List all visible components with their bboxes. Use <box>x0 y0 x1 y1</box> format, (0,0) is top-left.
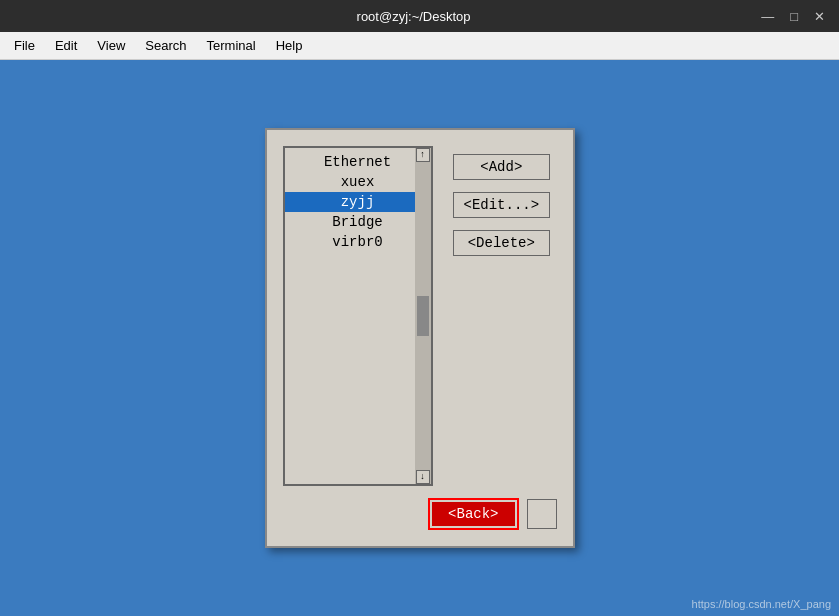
window-title: root@zyj:~/Desktop <box>70 9 757 24</box>
terminal-content: Ethernet xuex zyjj Bridge virbr0 ↑ ↓ <Ad… <box>0 60 839 616</box>
close-button[interactable]: ✕ <box>810 9 829 24</box>
delete-button[interactable]: <Delete> <box>453 230 551 256</box>
list-item-virbr0[interactable]: virbr0 <box>285 232 431 252</box>
dialog-inner: Ethernet xuex zyjj Bridge virbr0 ↑ ↓ <Ad… <box>283 146 557 486</box>
menu-terminal[interactable]: Terminal <box>199 36 264 55</box>
scrollbar-up-arrow[interactable]: ↑ <box>416 148 430 162</box>
menu-bar: File Edit View Search Terminal Help <box>0 32 839 60</box>
list-item-bridge[interactable]: Bridge <box>285 212 431 232</box>
minimize-button[interactable]: — <box>757 9 778 24</box>
add-button[interactable]: <Add> <box>453 154 551 180</box>
list-item-ethernet[interactable]: Ethernet <box>285 152 431 172</box>
menu-view[interactable]: View <box>89 36 133 55</box>
window-controls: — □ ✕ <box>757 9 829 24</box>
back-button-wrapper: <Back> <box>428 498 518 530</box>
watermark: https://blog.csdn.net/X_pang <box>692 598 831 610</box>
edit-button[interactable]: <Edit...> <box>453 192 551 218</box>
menu-file[interactable]: File <box>6 36 43 55</box>
dialog-bottom: <Back> <box>283 498 557 530</box>
small-placeholder-box <box>527 499 557 529</box>
list-item-xuex[interactable]: xuex <box>285 172 431 192</box>
scrollbar-down-arrow[interactable]: ↓ <box>416 470 430 484</box>
network-dialog: Ethernet xuex zyjj Bridge virbr0 ↑ ↓ <Ad… <box>265 128 575 548</box>
back-button[interactable]: <Back> <box>432 502 514 526</box>
action-button-panel: <Add> <Edit...> <Delete> <box>433 146 551 486</box>
network-list-panel: Ethernet xuex zyjj Bridge virbr0 ↑ ↓ <box>283 146 433 486</box>
menu-edit[interactable]: Edit <box>47 36 85 55</box>
menu-search[interactable]: Search <box>137 36 194 55</box>
scrollbar-track: ↑ ↓ <box>415 148 431 484</box>
title-bar: root@zyj:~/Desktop — □ ✕ <box>0 0 839 32</box>
menu-help[interactable]: Help <box>268 36 311 55</box>
maximize-button[interactable]: □ <box>786 9 802 24</box>
list-item-zyjj[interactable]: zyjj <box>285 192 431 212</box>
scrollbar-thumb[interactable] <box>417 296 429 336</box>
